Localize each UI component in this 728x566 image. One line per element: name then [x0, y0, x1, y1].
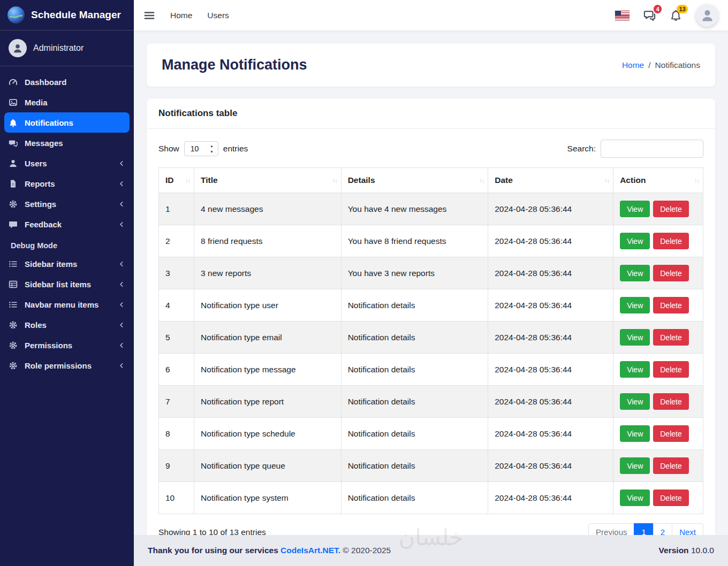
sidebar-item-label: Settings: [25, 200, 56, 209]
pagination-page-1[interactable]: 1: [634, 523, 653, 535]
pagination-next[interactable]: Next: [672, 523, 703, 535]
sidebar-item-settings[interactable]: Settings: [0, 194, 134, 214]
sidebar-nav: Dashboard Media Notifications Messages U…: [0, 66, 134, 566]
sidebar-item-sidebar-list-items[interactable]: Sidebar list items: [0, 274, 134, 294]
profile-avatar[interactable]: [696, 4, 718, 27]
notifications-dropdown[interactable]: 13: [670, 9, 682, 21]
delete-button[interactable]: Delete: [653, 297, 688, 313]
sidebar-item-media[interactable]: Media: [0, 92, 134, 112]
view-button[interactable]: View: [620, 201, 650, 217]
cell-date: 2024-04-28 05:36:44: [488, 482, 613, 514]
cell-id: 2: [159, 225, 194, 257]
pagination: Previous 1 2 Next: [588, 523, 703, 535]
column-header-title[interactable]: Title: [194, 168, 342, 193]
user-icon: [9, 159, 18, 168]
sidebar-item-label: Feedback: [25, 220, 62, 229]
view-button[interactable]: View: [620, 233, 650, 249]
us-flag-icon[interactable]: [615, 11, 630, 20]
view-button[interactable]: View: [620, 489, 650, 506]
navbar-link-home[interactable]: Home: [170, 11, 192, 20]
cell-date: 2024-04-28 05:36:44: [488, 257, 613, 289]
person-icon: [12, 43, 23, 53]
cell-actions: ViewDelete: [613, 322, 703, 354]
navbar-right: 4 13: [615, 4, 718, 27]
column-header-action[interactable]: Action: [613, 168, 703, 193]
sidebar-item-permissions[interactable]: Permissions: [0, 335, 134, 355]
navbar-link-users[interactable]: Users: [207, 11, 229, 20]
sidebar-item-feedback[interactable]: Feedback: [0, 214, 134, 234]
table-row: 7 Notification type report Notification …: [159, 386, 703, 418]
cell-details: Notification details: [341, 482, 488, 514]
delete-button[interactable]: Delete: [653, 361, 688, 378]
delete-button[interactable]: Delete: [653, 201, 688, 217]
app-logo-icon: [7, 6, 25, 24]
delete-button[interactable]: Delete: [653, 457, 688, 474]
table-list-icon: [9, 280, 18, 289]
pagination-previous[interactable]: Previous: [588, 523, 634, 535]
user-panel[interactable]: Administrator: [0, 30, 134, 66]
sidebar-item-messages[interactable]: Messages: [0, 133, 134, 153]
sidebar-item-users[interactable]: Users: [0, 153, 134, 173]
gear-icon: [9, 361, 18, 370]
delete-button[interactable]: Delete: [653, 233, 688, 249]
view-button[interactable]: View: [620, 393, 650, 410]
breadcrumb-home-link[interactable]: Home: [622, 60, 644, 70]
cell-date: 2024-04-28 05:36:44: [488, 450, 613, 482]
chevron-left-icon: [118, 362, 125, 369]
delete-button[interactable]: Delete: [653, 393, 688, 410]
cell-title: Notification type queue: [194, 450, 342, 482]
comments-icon: [9, 139, 18, 148]
footer-version: Version 10.0.0: [659, 546, 714, 555]
sidebar-item-roles[interactable]: Roles: [0, 315, 134, 335]
search-input[interactable]: [601, 140, 703, 158]
view-button[interactable]: View: [620, 361, 650, 378]
page-title: Manage Notifications: [162, 57, 307, 73]
cell-id: 7: [159, 386, 194, 418]
list-icon: [9, 259, 18, 269]
footer-brand-link[interactable]: CodeIsArt.NET.: [280, 546, 340, 555]
sidebar-item-dashboard[interactable]: Dashboard: [0, 72, 134, 92]
view-button[interactable]: View: [620, 425, 650, 442]
cell-title: Notification type message: [194, 354, 342, 386]
chevron-left-icon: [118, 281, 125, 288]
cell-id: 9: [159, 450, 194, 482]
brand[interactable]: Schedule Manager: [0, 0, 134, 30]
sidebar-item-label: Sidebar list items: [25, 280, 91, 289]
delete-button[interactable]: Delete: [653, 425, 688, 442]
chevron-left-icon: [118, 322, 125, 328]
view-button[interactable]: View: [620, 265, 650, 281]
list-icon: [9, 300, 18, 309]
hamburger-menu-icon[interactable]: [143, 10, 155, 21]
entries-select[interactable]: 10: [184, 141, 218, 156]
sidebar-item-sidebar-items[interactable]: Sidebar items: [0, 254, 134, 274]
column-header-date[interactable]: Date: [488, 168, 613, 193]
pagination-page-2[interactable]: 2: [653, 523, 672, 535]
table-row: 6 Notification type message Notification…: [159, 354, 703, 386]
view-button[interactable]: View: [620, 297, 650, 313]
sidebar-item-notifications[interactable]: Notifications: [4, 112, 130, 133]
sidebar-item-navbar-menu-items[interactable]: Navbar menu items: [0, 294, 134, 315]
sidebar-section-debug-mode: Debug Mode: [0, 234, 134, 254]
sidebar-item-role-permissions[interactable]: Role permissions: [0, 355, 134, 376]
delete-button[interactable]: Delete: [653, 329, 688, 346]
card-body: Show 10 entries Search:: [147, 129, 715, 535]
delete-button[interactable]: Delete: [653, 489, 688, 506]
cell-actions: ViewDelete: [613, 225, 703, 257]
cell-details: You have 4 new messages: [341, 193, 488, 225]
sort-icon: [694, 177, 699, 183]
cell-details: You have 8 friend requests: [341, 225, 488, 257]
view-button[interactable]: View: [620, 457, 650, 474]
cell-title: 3 new reports: [194, 257, 342, 289]
chevron-left-icon: [118, 201, 125, 208]
main-content: Manage Notifications Home / Notification…: [134, 30, 728, 535]
chevron-left-icon: [118, 221, 125, 228]
view-button[interactable]: View: [620, 329, 650, 346]
sidebar-item-reports[interactable]: Reports: [0, 173, 134, 194]
messages-dropdown[interactable]: 4: [643, 9, 656, 21]
column-header-details[interactable]: Details: [341, 168, 488, 193]
cell-id: 6: [159, 354, 194, 386]
cell-date: 2024-04-28 05:36:44: [488, 418, 613, 450]
column-header-id[interactable]: ID: [159, 168, 194, 193]
delete-button[interactable]: Delete: [653, 265, 688, 281]
sort-icon: [332, 177, 337, 183]
